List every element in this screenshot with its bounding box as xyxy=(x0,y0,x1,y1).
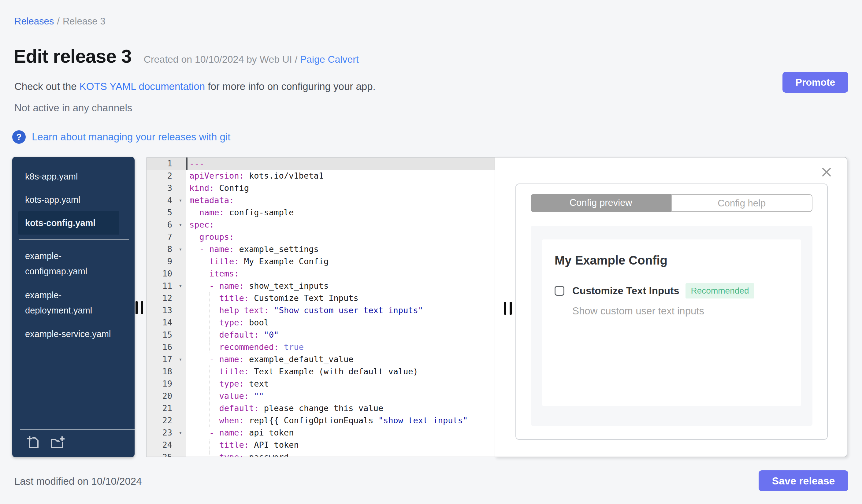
code-line[interactable]: 12 title: Customize Text Inputs xyxy=(146,292,495,304)
indent-guide xyxy=(209,414,210,427)
code-text[interactable]: value: "" xyxy=(186,390,495,402)
editor-preview-resize-handle[interactable] xyxy=(504,302,512,315)
code-token: Customize Text Inputs xyxy=(249,293,358,303)
code-text[interactable]: spec: xyxy=(186,219,495,231)
code-line[interactable]: 8▾ - name: example_settings xyxy=(146,243,495,255)
code-text[interactable]: recommended: true xyxy=(186,341,495,353)
code-text[interactable]: name: config-sample xyxy=(186,207,495,219)
code-line[interactable]: 3kind: Config xyxy=(146,182,495,194)
code-line[interactable]: 10 items: xyxy=(146,268,495,280)
tab-config-preview[interactable]: Config preview xyxy=(531,194,671,212)
code-token xyxy=(190,391,219,401)
code-text[interactable]: apiVersion: kots.io/v1beta1 xyxy=(186,170,495,182)
code-text[interactable]: title: Customize Text Inputs xyxy=(186,292,495,304)
code-text[interactable]: groups: xyxy=(186,231,495,243)
code-text[interactable]: type: text xyxy=(186,378,495,390)
code-token xyxy=(190,440,219,450)
fold-arrow-icon[interactable]: ▾ xyxy=(175,280,186,292)
line-number: 13 xyxy=(146,304,175,317)
code-line[interactable]: 9 title: My Example Config xyxy=(146,255,495,268)
code-token xyxy=(190,293,219,303)
close-icon[interactable] xyxy=(820,165,833,179)
code-text[interactable]: help_text: "Show custom user text inputs… xyxy=(186,304,495,317)
customize-text-inputs-checkbox[interactable] xyxy=(554,286,564,296)
code-text[interactable]: type: bool xyxy=(186,317,495,329)
code-line[interactable]: 20 value: "" xyxy=(146,390,495,402)
code-token xyxy=(190,244,199,254)
code-text[interactable]: - name: example_default_value xyxy=(186,353,495,366)
page-title: Edit release 3 xyxy=(13,45,132,67)
add-file-icon[interactable] xyxy=(26,435,42,450)
code-line[interactable]: 6▾spec: xyxy=(146,219,495,231)
resize-bar xyxy=(141,301,143,314)
code-line[interactable]: 1--- xyxy=(146,158,495,170)
code-text[interactable]: title: API token xyxy=(186,439,495,451)
code-text[interactable]: type: password xyxy=(186,451,495,457)
code-token: help_text: xyxy=(219,306,269,315)
sidebar-item-kots-config.yaml[interactable]: kots-config.yaml xyxy=(18,211,119,235)
fold-column xyxy=(175,255,186,268)
yaml-code-editor[interactable]: 1---2apiVersion: kots.io/v1beta13kind: C… xyxy=(146,157,495,457)
indent-guide xyxy=(209,402,210,414)
sidebar-item-example-deployment.yaml[interactable]: example-deployment.yaml xyxy=(18,283,119,322)
code-text[interactable]: metadata: xyxy=(186,194,495,207)
fold-arrow-icon[interactable]: ▾ xyxy=(175,353,186,366)
code-line[interactable]: 24 title: API token xyxy=(146,439,495,451)
code-line[interactable]: 11▾ - name: show_text_inputs xyxy=(146,280,495,292)
code-text[interactable]: title: My Example Config xyxy=(186,255,495,268)
line-number: 4 xyxy=(146,194,175,207)
code-line[interactable]: 19 type: text xyxy=(146,378,495,390)
code-token: kots.io/v1beta1 xyxy=(244,171,324,181)
code-line[interactable]: 18 title: Text Example (with default val… xyxy=(146,366,495,378)
code-text[interactable]: default: please change this value xyxy=(186,402,495,414)
code-line[interactable]: 13 help_text: "Show custom user text inp… xyxy=(146,304,495,317)
sidebar-item-kots-app.yaml[interactable]: kots-app.yaml xyxy=(18,188,119,211)
code-line[interactable]: 22 when: repl{{ ConfigOptionEquals "show… xyxy=(146,414,495,427)
code-line[interactable]: 25 type: password xyxy=(146,451,495,457)
code-text[interactable]: - name: example_settings xyxy=(186,243,495,255)
code-line[interactable]: 21 default: please change this value xyxy=(146,402,495,414)
code-line[interactable]: 5 name: config-sample xyxy=(146,207,495,219)
fold-arrow-icon[interactable]: ▾ xyxy=(175,243,186,255)
code-text[interactable]: default: "0" xyxy=(186,329,495,341)
fold-column xyxy=(175,170,186,182)
line-number: 7 xyxy=(146,231,175,243)
code-line[interactable]: 7 groups: xyxy=(146,231,495,243)
code-line[interactable]: 17▾ - name: example_default_value xyxy=(146,353,495,366)
code-text[interactable]: kind: Config xyxy=(186,182,495,194)
line-number: 10 xyxy=(146,268,175,280)
fold-column xyxy=(175,292,186,304)
created-by-link[interactable]: Paige Calvert xyxy=(300,54,359,65)
code-text[interactable]: - name: api_token xyxy=(186,427,495,439)
code-line[interactable]: 15 default: "0" xyxy=(146,329,495,341)
code-text[interactable]: title: Text Example (with default value) xyxy=(186,366,495,378)
code-text[interactable]: --- xyxy=(186,158,495,170)
add-folder-icon[interactable] xyxy=(48,435,65,450)
breadcrumb-releases-link[interactable]: Releases xyxy=(14,16,54,27)
code-text[interactable]: when: repl{{ ConfigOptionEquals "show_te… xyxy=(186,414,495,427)
kots-yaml-doc-link[interactable]: KOTS YAML documentation xyxy=(80,81,205,92)
code-token: show_text_inputs xyxy=(244,281,328,291)
code-text[interactable]: items: xyxy=(186,268,495,280)
fold-arrow-icon[interactable]: ▾ xyxy=(175,427,186,439)
git-releases-link[interactable]: Learn about managing your releases with … xyxy=(32,131,230,143)
sidebar-item-example-service.yaml[interactable]: example-service.yaml xyxy=(18,322,119,346)
code-token: example_default_value xyxy=(244,355,354,364)
promote-button[interactable]: Promote xyxy=(782,72,848,93)
code-line[interactable]: 14 type: bool xyxy=(146,317,495,329)
tab-config-help[interactable]: Config help xyxy=(671,194,813,212)
code-line[interactable]: 16 recommended: true xyxy=(146,341,495,353)
save-release-button[interactable]: Save release xyxy=(759,470,848,491)
code-token: API token xyxy=(249,440,299,450)
fold-arrow-icon[interactable]: ▾ xyxy=(175,194,186,207)
sidebar-item-k8s-app.yaml[interactable]: k8s-app.yaml xyxy=(18,165,119,188)
code-text[interactable]: - name: show_text_inputs xyxy=(186,280,495,292)
sidebar-editor-resize-handle[interactable] xyxy=(135,301,143,314)
code-token: value: xyxy=(219,391,249,401)
code-line[interactable]: 2apiVersion: kots.io/v1beta1 xyxy=(146,170,495,182)
line-number: 16 xyxy=(146,341,175,353)
fold-arrow-icon[interactable]: ▾ xyxy=(175,219,186,231)
code-line[interactable]: 4▾metadata: xyxy=(146,194,495,207)
code-line[interactable]: 23▾ - name: api_token xyxy=(146,427,495,439)
sidebar-item-example-configmap.yaml[interactable]: example-configmap.yaml xyxy=(18,244,119,283)
